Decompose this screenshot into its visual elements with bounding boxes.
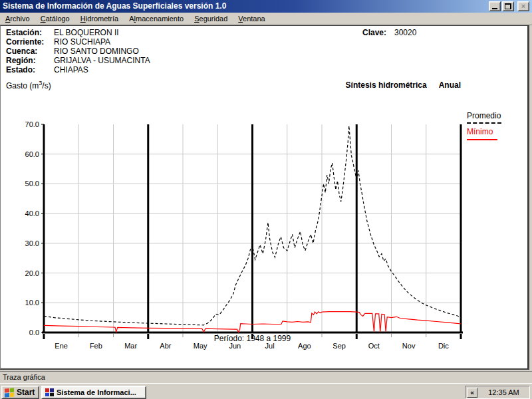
restore-button[interactable] bbox=[502, 1, 514, 11]
y-tick-label: 60.0 bbox=[25, 150, 39, 158]
minimize-icon bbox=[492, 8, 497, 9]
status-text: Traza gráfica bbox=[3, 373, 45, 381]
station-row: Estación: EL BOQUERON II bbox=[6, 28, 42, 37]
system-tray: « 12:35 AM bbox=[465, 386, 530, 399]
y-tick-label: 20.0 bbox=[25, 269, 39, 277]
chart-area: 0.010.020.030.040.050.060.070.0EneFebMar… bbox=[1, 94, 530, 353]
minimize-button[interactable] bbox=[489, 1, 501, 11]
corriente-value: RIO SUCHIAPA bbox=[54, 37, 110, 47]
close-button[interactable]: × bbox=[517, 1, 529, 11]
region-label: Región: bbox=[6, 56, 36, 65]
y-tick-label: 10.0 bbox=[25, 299, 39, 307]
title-bar: Sistema de Información de Aguas Superfic… bbox=[0, 0, 532, 13]
content-panel: Estación: EL BOQUERON II Corriente: RIO … bbox=[0, 25, 529, 370]
region-value: GRIJALVA - USUMACINTA bbox=[54, 56, 150, 65]
menu-catalogo[interactable]: Catálogo bbox=[35, 13, 75, 24]
station-value: EL BOQUERON II bbox=[54, 28, 119, 37]
menu-seguridad[interactable]: Seguridad bbox=[189, 13, 233, 24]
clave-label: Clave: bbox=[362, 28, 386, 37]
status-bar: Traza gráfica bbox=[0, 371, 532, 383]
menu-almacenamiento[interactable]: Almacenamiento bbox=[124, 13, 189, 24]
corriente-label: Corriente: bbox=[6, 37, 44, 47]
taskbar-clock: 12:35 AM bbox=[479, 388, 529, 396]
app-icon bbox=[45, 388, 54, 396]
close-icon: × bbox=[521, 3, 525, 10]
y-tick-label: 70.0 bbox=[25, 120, 39, 128]
cuenca-value: RIO SANTO DOMINGO bbox=[54, 47, 139, 56]
taskbar-task-button[interactable]: Sistema de Informaci... bbox=[41, 386, 146, 399]
chart-subtitle: Anual bbox=[439, 80, 461, 90]
task-label: Sistema de Informaci... bbox=[57, 388, 136, 396]
windows-logo-icon bbox=[5, 388, 14, 397]
tray-collapse-button[interactable]: « bbox=[467, 388, 477, 398]
clave-value: 30020 bbox=[394, 28, 416, 37]
menu-ventana[interactable]: Ventana bbox=[233, 13, 270, 24]
cuenca-row: Cuenca: RIO SANTO DOMINGO bbox=[6, 47, 37, 56]
corriente-row: Corriente: RIO SUCHIAPA bbox=[6, 37, 44, 47]
menu-archivo[interactable]: Archivo bbox=[0, 13, 35, 24]
clave-row: Clave: 30020 bbox=[362, 28, 386, 37]
chart-title-row: Síntesis hidrométrica Anual bbox=[346, 80, 461, 90]
legend-promedio-line-swatch bbox=[467, 122, 501, 124]
taskbar: Start Sistema de Informaci... « 12:35 AM bbox=[0, 383, 532, 399]
period-label: Período: 1948 a 1999 bbox=[1, 334, 504, 343]
y-axis-title: Gasto (m3/s) bbox=[6, 80, 51, 90]
y-tick-label: 40.0 bbox=[25, 209, 39, 217]
window-title: Sistema de Información de Aguas Superfic… bbox=[3, 1, 226, 11]
legend-promedio-label: Promedio bbox=[467, 111, 528, 120]
start-label: Start bbox=[17, 388, 35, 397]
start-button[interactable]: Start bbox=[1, 386, 39, 399]
y-tick-label: 30.0 bbox=[25, 239, 39, 247]
restore-icon bbox=[505, 3, 511, 9]
estado-label: Estado: bbox=[6, 65, 35, 74]
menu-bar: Archivo Catálogo Hidrometría Almacenamie… bbox=[0, 13, 532, 25]
legend-minimo-label: Mínimo bbox=[467, 127, 528, 136]
cuenca-label: Cuenca: bbox=[6, 47, 37, 56]
window-controls: × bbox=[489, 1, 529, 11]
hydrograph-chart: 0.010.020.030.040.050.060.070.0EneFebMar… bbox=[1, 94, 530, 353]
station-label: Estación: bbox=[6, 28, 42, 37]
estado-row: Estado: CHIAPAS bbox=[6, 65, 35, 74]
legend-minimo-line-swatch bbox=[467, 139, 497, 140]
chart-title: Síntesis hidrométrica bbox=[346, 80, 427, 90]
chart-legend: Promedio Mínimo bbox=[467, 111, 528, 140]
estado-value: CHIAPAS bbox=[54, 65, 88, 74]
menu-hidrometria[interactable]: Hidrometría bbox=[75, 13, 124, 24]
region-row: Región: GRIJALVA - USUMACINTA bbox=[6, 56, 36, 65]
y-tick-label: 50.0 bbox=[25, 180, 39, 188]
